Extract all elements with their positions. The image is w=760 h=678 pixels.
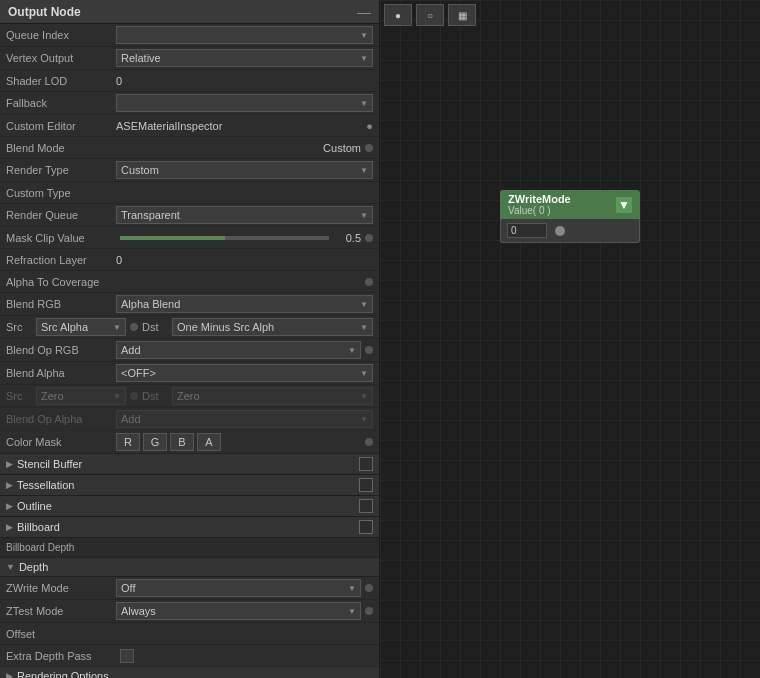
row-refraction-layer: Refraction Layer 0	[0, 249, 379, 271]
outline-title: Outline	[17, 500, 52, 512]
rendering-options-header[interactable]: ▶ Rendering Options	[0, 667, 379, 678]
row-src-dst2: Src Zero ▼ Dst Zero ▼	[0, 385, 379, 408]
node-body	[500, 219, 640, 243]
ztest-dropdown[interactable]: Always ▼	[116, 602, 361, 620]
stencil-title: Stencil Buffer	[17, 458, 82, 470]
blend-rgb-value: Alpha Blend	[121, 298, 180, 310]
mask-clip-dot	[365, 234, 373, 242]
node-canvas: ● ○ ▦ ZWriteMode Value( 0 ) ▼	[380, 0, 760, 678]
custom-type-label: Custom Type	[6, 187, 116, 199]
node-input[interactable]	[507, 223, 547, 238]
ztest-arrow: ▼	[348, 607, 356, 616]
extra-depth-checkbox[interactable]	[120, 649, 134, 663]
alpha-coverage-dot	[365, 278, 373, 286]
tessellation-checkbox[interactable]	[359, 478, 373, 492]
color-g-btn[interactable]: G	[143, 433, 167, 451]
row-zwrite: ZWrite Mode Off ▼	[0, 577, 379, 600]
color-a-btn[interactable]: A	[197, 433, 221, 451]
vertex-output-dropdown[interactable]: Relative ▼	[116, 49, 373, 67]
extra-depth-label: Extra Depth Pass	[6, 650, 116, 662]
row-fallback: Fallback ▼	[0, 92, 379, 115]
src-dot	[130, 323, 138, 331]
tessellation-header[interactable]: ▶ Tessellation	[0, 475, 379, 496]
left-panel: Output Node — Queue Index ▼ Vertex Outpu…	[0, 0, 380, 678]
billboard-depth-note: Billboard Depth	[0, 538, 379, 558]
fallback-arrow: ▼	[360, 99, 368, 108]
depth-header[interactable]: ▼ Depth	[0, 558, 379, 577]
tessellation-arrow: ▶	[6, 480, 13, 490]
blend-rgb-dropdown[interactable]: Alpha Blend ▼	[116, 295, 373, 313]
color-mask-label: Color Mask	[6, 436, 116, 448]
billboard-arrow: ▶	[6, 522, 13, 532]
dst2-dropdown: Zero ▼	[172, 387, 373, 405]
stencil-header[interactable]: ▶ Stencil Buffer	[0, 454, 379, 475]
billboard-depth-text: Billboard Depth	[6, 542, 74, 553]
icon-btn-3[interactable]: ▦	[448, 4, 476, 26]
row-custom-editor: Custom Editor ASEMaterialInspector ●	[0, 115, 379, 137]
render-queue-label: Render Queue	[6, 209, 116, 221]
zwrite-value: Off	[121, 582, 135, 594]
mask-clip-label: Mask Clip Value	[6, 232, 116, 244]
canvas-background	[380, 0, 760, 678]
outline-arrow: ▶	[6, 501, 13, 511]
row-color-mask: Color Mask R G B A	[0, 431, 379, 454]
row-extra-depth: Extra Depth Pass	[0, 645, 379, 667]
node-zwritemode[interactable]: ZWriteMode Value( 0 ) ▼	[500, 190, 640, 243]
mask-clip-fill	[120, 236, 225, 240]
billboard-title: Billboard	[17, 521, 60, 533]
vertex-output-label: Vertex Output	[6, 52, 116, 64]
zwrite-arrow: ▼	[348, 584, 356, 593]
panel-header: Output Node —	[0, 0, 379, 24]
color-r-btn[interactable]: R	[116, 433, 140, 451]
stencil-arrow: ▶	[6, 459, 13, 469]
row-blend-op-rgb: Blend Op RGB Add ▼	[0, 339, 379, 362]
outline-header[interactable]: ▶ Outline	[0, 496, 379, 517]
render-type-arrow: ▼	[360, 166, 368, 175]
fallback-dropdown[interactable]: ▼	[116, 94, 373, 112]
render-queue-dropdown[interactable]: Transparent ▼	[116, 206, 373, 224]
ztest-dot	[365, 607, 373, 615]
color-b-btn[interactable]: B	[170, 433, 194, 451]
mask-clip-value: 0.5	[333, 232, 361, 244]
node-output-connector[interactable]	[555, 226, 565, 236]
billboard-checkbox[interactable]	[359, 520, 373, 534]
row-blend-alpha: Blend Alpha <OFF> ▼	[0, 362, 379, 385]
row-vertex-output: Vertex Output Relative ▼	[0, 47, 379, 70]
rendering-options-title: Rendering Options	[17, 670, 109, 678]
fallback-label: Fallback	[6, 97, 116, 109]
blend-op-alpha-label: Blend Op Alpha	[6, 413, 116, 425]
icon-btn-1[interactable]: ●	[384, 4, 412, 26]
dst-label: Dst	[142, 321, 172, 333]
shader-lod-value: 0	[116, 75, 373, 87]
row-custom-type: Custom Type	[0, 182, 379, 204]
render-type-dropdown[interactable]: Custom ▼	[116, 161, 373, 179]
blend-alpha-dropdown[interactable]: <OFF> ▼	[116, 364, 373, 382]
close-icon[interactable]: —	[357, 4, 371, 20]
dst-dropdown[interactable]: One Minus Src Alph ▼	[172, 318, 373, 336]
zwrite-dropdown[interactable]: Off ▼	[116, 579, 361, 597]
billboard-header[interactable]: ▶ Billboard	[0, 517, 379, 538]
blend-op-alpha-value: Add	[121, 413, 141, 425]
custom-editor-value: ASEMaterialInspector	[116, 120, 366, 132]
row-mask-clip: Mask Clip Value 0.5	[0, 227, 379, 249]
blend-mode-value: Custom	[323, 142, 361, 154]
outline-checkbox[interactable]	[359, 499, 373, 513]
stencil-checkbox[interactable]	[359, 457, 373, 471]
node-subtitle: Value( 0 )	[508, 205, 571, 216]
blend-rgb-label: Blend RGB	[6, 298, 116, 310]
src-label: Src	[6, 321, 36, 333]
zwrite-label: ZWrite Mode	[6, 582, 116, 594]
queue-index-dropdown[interactable]: ▼	[116, 26, 373, 44]
src-dropdown[interactable]: Src Alpha ▼	[36, 318, 126, 336]
queue-index-label: Queue Index	[6, 29, 116, 41]
panel-icon2: ○	[427, 10, 433, 21]
blend-op-rgb-dropdown[interactable]: Add ▼	[116, 341, 361, 359]
icon-btn-2[interactable]: ○	[416, 4, 444, 26]
node-expand-btn[interactable]: ▼	[616, 197, 632, 213]
blend-alpha-value: <OFF>	[121, 367, 156, 379]
queue-index-arrow: ▼	[360, 31, 368, 40]
render-type-label: Render Type	[6, 164, 116, 176]
row-blend-mode: Blend Mode Custom	[0, 137, 379, 159]
blend-mode-dot	[365, 144, 373, 152]
mask-clip-track[interactable]	[120, 236, 329, 240]
